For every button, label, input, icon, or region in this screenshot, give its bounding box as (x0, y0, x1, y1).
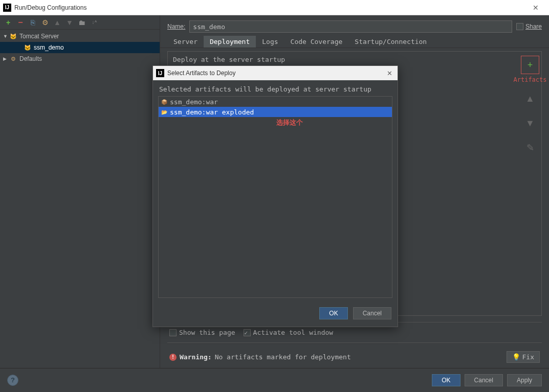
move-up-button: ▲ (52, 17, 62, 28)
tree-label: Tomcat Server (19, 33, 59, 40)
fix-button[interactable]: 💡 Fix (507, 351, 540, 363)
name-label: Name: (167, 23, 185, 30)
artifact-item-war-exploded[interactable]: 📂 ssm_demo:war exploded (159, 107, 392, 117)
select-artifacts-dialog: IJ Select Artifacts to Deploy ✕ Selected… (152, 65, 398, 327)
dialog-footer: ? OK Cancel Apply (0, 368, 549, 391)
tab-startup-connection[interactable]: Startup/Connection (348, 36, 433, 48)
artifact-down-button: ▼ (521, 114, 539, 132)
help-button[interactable]: ? (7, 375, 18, 386)
artifact-exploded-icon: 📂 (161, 108, 168, 116)
modal-title: Select Artifacts to Deploy (167, 70, 385, 77)
modal-cancel-button[interactable]: Cancel (353, 307, 391, 319)
tree-node-ssm-demo[interactable]: 🐱 ssm_demo (0, 42, 160, 53)
apply-button[interactable]: Apply (507, 374, 542, 386)
move-down-button: ▼ (64, 17, 75, 28)
share-label: Share (525, 23, 542, 30)
cancel-button[interactable]: Cancel (465, 374, 503, 386)
activate-tool-window-checkbox[interactable] (244, 329, 251, 336)
tomcat-icon: 🐱 (24, 43, 32, 52)
fix-label: Fix (522, 353, 534, 361)
artifact-label: ssm_demo:war exploded (170, 108, 254, 116)
expand-arrow-icon: ▼ (3, 34, 9, 39)
app-icon: IJ (156, 69, 164, 77)
tomcat-icon: 🐱 (9, 32, 17, 40)
show-this-page-checkbox[interactable] (169, 329, 177, 336)
deploy-header: Deploy at the server startup (173, 56, 514, 63)
window-title: Run/Debug Configurations (14, 4, 525, 11)
modal-hint: Selected artifacts will be deployed at s… (153, 80, 398, 96)
tree-label: ssm_demo (34, 44, 64, 51)
modal-close-button[interactable]: ✕ (385, 70, 394, 77)
tab-logs[interactable]: Logs (256, 36, 284, 48)
tab-code-coverage[interactable]: Code Coverage (284, 36, 349, 48)
ok-button[interactable]: OK (432, 374, 460, 386)
share-checkbox[interactable] (516, 23, 523, 30)
modal-ok-button[interactable]: OK (319, 307, 347, 319)
tree-node-defaults[interactable]: ▶ ⚙ Defaults (0, 53, 160, 64)
config-tabs: Server Deployment Logs Code Coverage Sta… (160, 36, 549, 48)
window-titlebar: IJ Run/Debug Configurations ✕ (0, 0, 549, 15)
config-name-input[interactable] (189, 20, 512, 33)
lightbulb-icon: 💡 (512, 353, 520, 361)
warning-text: No artifacts marked for deployment (215, 353, 351, 361)
copy-config-button[interactable]: ⎘ (28, 17, 38, 28)
remove-config-button[interactable]: − (15, 17, 26, 28)
edit-defaults-button[interactable]: ⚙ (40, 17, 50, 28)
add-artifact-button[interactable]: + (521, 56, 539, 74)
window-close-button[interactable]: ✕ (525, 4, 546, 12)
modal-titlebar: IJ Select Artifacts to Deploy ✕ (153, 66, 398, 80)
artifacts-annotation: Artifacts (513, 76, 546, 83)
warning-label: Warning: (180, 353, 212, 361)
artifact-up-button: ▲ (521, 89, 539, 108)
annotation-text: 选择这个 (276, 118, 303, 127)
tab-server[interactable]: Server (167, 36, 204, 48)
tree-node-tomcat[interactable]: ▼ 🐱 Tomcat Server (0, 31, 160, 42)
folder-button[interactable]: 🖿 (77, 17, 87, 28)
sort-button[interactable]: ↓ᴬ (89, 17, 99, 28)
artifact-label: ssm_demo:war (170, 98, 218, 106)
artifact-item-war[interactable]: 📦 ssm_demo:war (159, 97, 392, 107)
tree-label: Defaults (19, 55, 42, 62)
app-icon: IJ (3, 4, 11, 12)
artifact-war-icon: 📦 (161, 98, 168, 105)
configurations-panel: + − ⎘ ⚙ ▲ ▼ 🖿 ↓ᴬ ▼ 🐱 Tomcat Server 🐱 ssm… (0, 15, 160, 368)
config-toolbar: + − ⎘ ⚙ ▲ ▼ 🖿 ↓ᴬ (0, 15, 160, 30)
add-config-button[interactable]: + (3, 17, 13, 28)
show-this-page-label: Show this page (179, 329, 235, 336)
activate-tool-window-label: Activate tool window (253, 329, 334, 336)
artifact-edit-button: ✎ (521, 139, 539, 157)
config-tree: ▼ 🐱 Tomcat Server 🐱 ssm_demo ▶ ⚙ Default… (0, 30, 160, 368)
wrench-icon: ⚙ (9, 55, 17, 63)
warning-icon: ! (169, 354, 177, 361)
artifact-list[interactable]: 📦 ssm_demo:war 📂 ssm_demo:war exploded 选… (158, 96, 392, 298)
collapse-arrow-icon: ▶ (3, 56, 9, 61)
tab-deployment[interactable]: Deployment (204, 36, 256, 48)
